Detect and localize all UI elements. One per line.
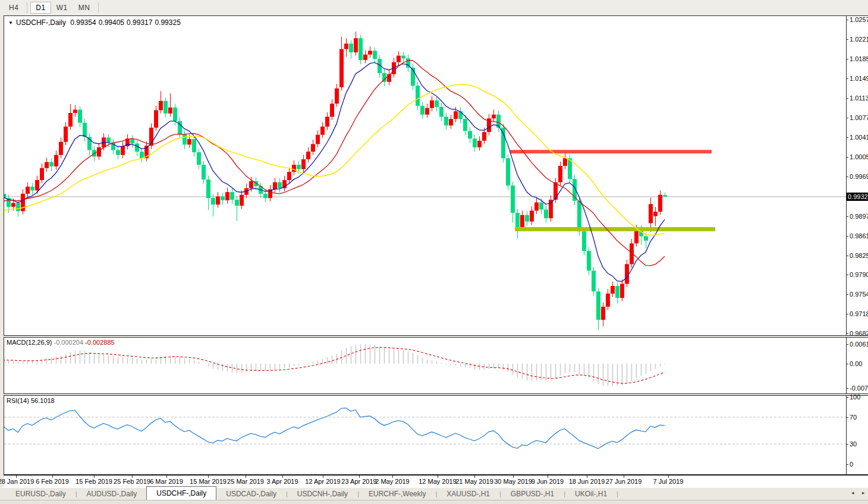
price-axis-label: 0.97180: [850, 310, 868, 318]
macd-axis-label: 0.00613: [850, 341, 868, 348]
tab-scroll-left-icon[interactable]: ◂: [851, 490, 854, 496]
timeframe-toolbar: H4D1W1MN: [0, 0, 868, 15]
rsi-label: RSI(14) 56.1018: [7, 397, 55, 404]
price-axis-label-tick: [846, 157, 848, 158]
date-label: 25 Feb 2019: [114, 478, 150, 485]
price-axis-label: 1.00770: [850, 114, 868, 122]
date-tick: [52, 475, 53, 478]
price-axis-label: 0.97900: [850, 271, 868, 279]
tab-ukoil-h1[interactable]: UKOil-,H1: [565, 488, 617, 500]
macd-axis-label-tick: [846, 364, 848, 364]
price-axis-label: 1.01850: [850, 55, 868, 63]
date-label: 15 Mar 2019: [190, 478, 227, 485]
price-axis-label-tick: [846, 236, 848, 237]
rsi-axis-divider: [846, 396, 847, 475]
timeframe-button-w1[interactable]: W1: [51, 2, 73, 14]
price-axis-label-tick: [846, 59, 848, 59]
date-label: 3 Apr 2019: [266, 478, 298, 485]
price-axis-divider: [846, 16, 847, 336]
date-label: 18 Jun 2019: [569, 478, 605, 485]
rsi-axis-label-tick: [846, 397, 848, 398]
tab-usdchf-daily[interactable]: USDCHF-,Daily: [146, 486, 216, 500]
price-axis-label-tick: [846, 98, 848, 99]
date-tick: [132, 475, 133, 478]
date-tick: [668, 475, 669, 478]
date-tick: [513, 475, 514, 478]
rsi-axis-label-tick: [846, 464, 848, 465]
chart-tab-bar: EURUSD-,Daily|AUDUSD-,DailyUSDCHF-,Daily…: [0, 487, 868, 500]
price-chart: [4, 16, 846, 335]
macd-histogram: [4, 344, 665, 386]
rsi-axis-label: 0: [850, 461, 853, 468]
tab-usdcnh-daily[interactable]: USDCNH-,Daily: [288, 488, 357, 500]
price-axis-label-tick: [846, 294, 848, 295]
date-tick: [624, 475, 624, 478]
date-tick: [474, 475, 475, 478]
chart-title: ▼USDCHF-,Daily 0.993540.994050.993170.99…: [8, 18, 183, 27]
tab-scroll-right-icon[interactable]: ▸: [862, 490, 865, 496]
date-tick: [282, 475, 283, 478]
tab-audusd-daily[interactable]: AUDUSD-,Daily: [77, 488, 147, 500]
date-label: 21 May 2019: [455, 478, 493, 485]
date-tick: [548, 475, 548, 478]
timeframe-button-h4[interactable]: H4: [4, 2, 24, 14]
price-axis-label-tick: [846, 314, 848, 314]
date-label: 12 May 2019: [419, 478, 457, 485]
tab-usdcad-daily[interactable]: USDCAD-,Daily: [216, 488, 286, 500]
macd-name: MACD(12,26,9): [7, 339, 52, 346]
rsi-name: RSI(14): [7, 397, 29, 404]
date-tick: [323, 475, 323, 478]
tab-eurchf-weekly[interactable]: EURCHF-,Weekly: [359, 488, 435, 500]
ohlc-high: 0.99405: [99, 18, 124, 27]
date-tick: [246, 475, 246, 478]
date-label: 27 Jun 2019: [606, 478, 642, 485]
ohlc-open: 0.99354: [70, 18, 96, 27]
date-label: 6 Mar 2019: [150, 478, 183, 485]
date-label: 28 Jan 2019: [0, 478, 34, 485]
price-axis-label-tick: [846, 275, 848, 275]
resistance-line: [510, 150, 712, 153]
timeframe-button-d1[interactable]: D1: [30, 2, 51, 14]
price-axis-label-tick: [846, 216, 848, 217]
rsi-axis-label-tick: [846, 444, 848, 445]
macd-main-value: -0.000204: [54, 339, 83, 346]
rsi-line: [4, 408, 665, 448]
date-label: 7 Jul 2019: [653, 478, 684, 485]
date-tick: [94, 475, 95, 478]
price-axis-label-tick: [846, 177, 848, 177]
price-axis-label: 1.02210: [850, 36, 868, 43]
ohlc-low: 0.99317: [127, 18, 152, 27]
price-axis-label: 0.97540: [850, 291, 868, 298]
rsi-value: 56.1018: [31, 397, 55, 404]
toolbar-separator: [98, 2, 99, 13]
price-axis-label: 1.02570: [850, 16, 868, 24]
price-axis-label: 1.00050: [850, 153, 868, 161]
tab-xauusd-h1[interactable]: XAUUSD-,H1: [437, 488, 499, 500]
price-axis-label: 1.00410: [850, 134, 868, 141]
symbol-label: USDCHF-,Daily: [16, 18, 66, 27]
date-tick: [359, 475, 360, 478]
price-axis-label: 0.98970: [850, 213, 868, 220]
macd-axis-label: -0.00761: [850, 385, 868, 392]
tab-separator: |: [617, 490, 618, 497]
tab-gbpusd-h1[interactable]: GBPUSD-,H1: [501, 488, 564, 500]
rsi-axis-label: 100: [850, 393, 860, 401]
macd-axis-label: 0.00: [850, 360, 862, 368]
bottom-status-strip: [0, 500, 868, 504]
rsi-axis-label: 30: [850, 440, 857, 448]
price-axis-label-tick: [846, 333, 848, 334]
macd-signal-line: [4, 347, 665, 383]
date-label: 9 Jun 2019: [532, 478, 564, 485]
price-axis-label-tick: [846, 137, 848, 138]
macd-axis-label-tick: [846, 388, 848, 389]
rsi-axis-label-tick: [846, 417, 848, 418]
date-tick: [208, 475, 209, 478]
date-label: 12 Apr 2019: [305, 478, 340, 485]
ohlc-close: 0.99325: [155, 18, 180, 27]
price-axis-label: 0.98610: [850, 232, 868, 240]
timeframe-button-mn[interactable]: MN: [73, 2, 96, 14]
date-tick: [166, 475, 167, 478]
tab-eurusd-daily[interactable]: EURUSD-,Daily: [6, 488, 76, 500]
ma-line-8: [4, 62, 665, 282]
date-tick: [392, 475, 393, 478]
